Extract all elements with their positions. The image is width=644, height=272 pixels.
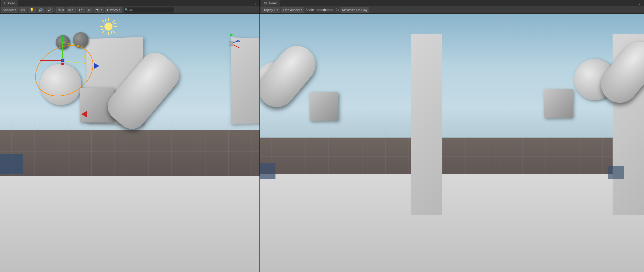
scene-floor-accent [0, 154, 23, 174]
paint-toggle[interactable]: 🖌 [46, 7, 53, 13]
camera-dropdown-arrow: ▼ [100, 9, 102, 11]
svg-line-8 [102, 31, 104, 33]
grid-dropdown-arrow: ▼ [72, 9, 74, 11]
layers-label: 1 [79, 8, 80, 12]
svg-line-11 [101, 29, 103, 30]
gizmos-dropdown-arrow: ▼ [118, 9, 120, 11]
maximize-on-play-toggle[interactable]: Maximize On Play [341, 7, 369, 13]
game-left-cube [310, 92, 338, 121]
scene-3d-view: y z [0, 14, 259, 272]
scene-tab-hash: # [4, 1, 5, 5]
sun-icon [100, 18, 117, 35]
display-dropdown[interactable]: Display 1 ▼ [261, 7, 280, 13]
sun-svg [100, 18, 117, 35]
scale-label: Scale [305, 8, 314, 12]
svg-line-7 [113, 21, 114, 22]
game-left-accent [260, 163, 275, 179]
audio-icon: 🔊 [39, 8, 43, 12]
scene-gizmo-svg: y z [220, 32, 242, 55]
scale-value: 2x [336, 8, 339, 12]
display-label: Display 1 [263, 8, 275, 12]
camera-toggle[interactable]: 📷 ▼ [94, 7, 104, 13]
aspect-dropdown-arrow: ▼ [300, 9, 303, 11]
game-tab-label: Game [269, 1, 277, 5]
game-left-view [260, 14, 452, 272]
scale-slider-container: Scale 2x [305, 8, 339, 12]
panels-row: # Scene ⋮ Shaded ▼ 2D 💡 🔊 [0, 0, 644, 272]
scene-move-x-arrowhead [81, 111, 87, 118]
game-toolbar: Display 1 ▼ Free Aspect ▼ Scale 2x Maxim… [260, 6, 644, 14]
camera-icon: 📷 [95, 8, 100, 12]
grid-icon: ⊞ [68, 8, 71, 12]
scene-move-z-arrow [94, 63, 99, 69]
scene-tab-more[interactable]: ⋮ [252, 1, 258, 5]
svg-marker-18 [230, 33, 232, 36]
settings-icon: ⚙ [88, 8, 91, 12]
paint-icon: 🖌 [47, 8, 51, 12]
scale-slider-thumb [323, 9, 326, 11]
svg-point-0 [104, 23, 112, 31]
scene-center-handle [61, 59, 65, 62]
aspect-label: Free Aspect [283, 8, 300, 12]
settings-toggle[interactable]: ⚙ [86, 7, 92, 13]
svg-line-9 [105, 19, 106, 21]
svg-line-6 [113, 31, 114, 33]
2d-toggle[interactable]: 2D [19, 7, 27, 13]
game-tab[interactable]: 🎮 Game [261, 0, 280, 6]
game-viewport[interactable] [260, 14, 644, 272]
shading-dropdown-arrow: ▼ [14, 9, 17, 11]
game-tab-bar: 🎮 Game ⋮ [260, 0, 644, 6]
layers-dropdown[interactable]: 1 ▼ [77, 7, 85, 13]
scene-tab-label: Scene [7, 1, 15, 5]
shading-label: Shaded [3, 8, 14, 12]
game-tab-icon: 🎮 [263, 1, 268, 5]
game-right-accent [608, 166, 624, 179]
svg-text:z: z [239, 39, 240, 42]
game-panel: 🎮 Game ⋮ Display 1 ▼ Free Aspect ▼ Scale [260, 0, 644, 272]
svg-line-12 [114, 23, 116, 24]
scene-toolbar: Shaded ▼ 2D 💡 🔊 🖌 👁 0 [0, 6, 259, 14]
game-left-backwall [411, 34, 442, 215]
scene-move-y-arrow [62, 38, 63, 61]
display-dropdown-arrow: ▼ [276, 9, 278, 11]
scene-move-x-arrow [40, 60, 63, 61]
gizmos-label: Gizmos [107, 8, 118, 12]
svg-line-5 [102, 21, 104, 22]
scene-tab-bar: # Scene ⋮ [0, 0, 259, 6]
scene-gizmo[interactable]: y z [220, 32, 242, 55]
game-tab-more[interactable]: ⋮ [637, 1, 643, 5]
svg-text:y: y [232, 33, 234, 36]
scene-search-box[interactable]: 🔍 [123, 7, 175, 13]
light-toggle[interactable]: 💡 [28, 7, 36, 13]
visibility-toggle[interactable]: 👁 0 [56, 7, 65, 13]
2d-label: 2D [21, 8, 25, 12]
grid-dropdown[interactable]: ⊞ ▼ [67, 7, 76, 13]
game-right-view [452, 14, 644, 272]
light-icon: 💡 [30, 8, 34, 12]
scene-platform [0, 176, 259, 272]
search-icon: 🔍 [125, 8, 128, 11]
scale-slider-track[interactable] [316, 9, 333, 11]
scene-tab[interactable]: # Scene [1, 0, 18, 6]
maximize-label: Maximize On Play [342, 8, 368, 12]
audio-toggle[interactable]: 🔊 [37, 7, 45, 13]
sep1 [54, 8, 55, 12]
svg-line-10 [111, 32, 112, 34]
aspect-dropdown[interactable]: Free Aspect ▼ [281, 7, 304, 13]
scene-panel: # Scene ⋮ Shaded ▼ 2D 💡 🔊 [0, 0, 260, 272]
visibility-label: 0 [62, 8, 64, 12]
eye-icon: 👁 [58, 8, 61, 12]
game-right-cube [544, 89, 573, 118]
scene-viewport[interactable]: y z [0, 14, 259, 272]
main-container: # Scene ⋮ Shaded ▼ 2D 💡 🔊 [0, 0, 644, 272]
layers-dropdown-arrow: ▼ [81, 9, 83, 11]
scene-red-handle [61, 63, 64, 65]
game-3d-view [260, 14, 644, 272]
svg-rect-24 [229, 42, 233, 46]
shading-dropdown[interactable]: Shaded ▼ [1, 7, 18, 13]
scene-search-input[interactable] [129, 8, 173, 12]
gizmos-toggle[interactable]: Gizmos ▼ [105, 7, 122, 13]
